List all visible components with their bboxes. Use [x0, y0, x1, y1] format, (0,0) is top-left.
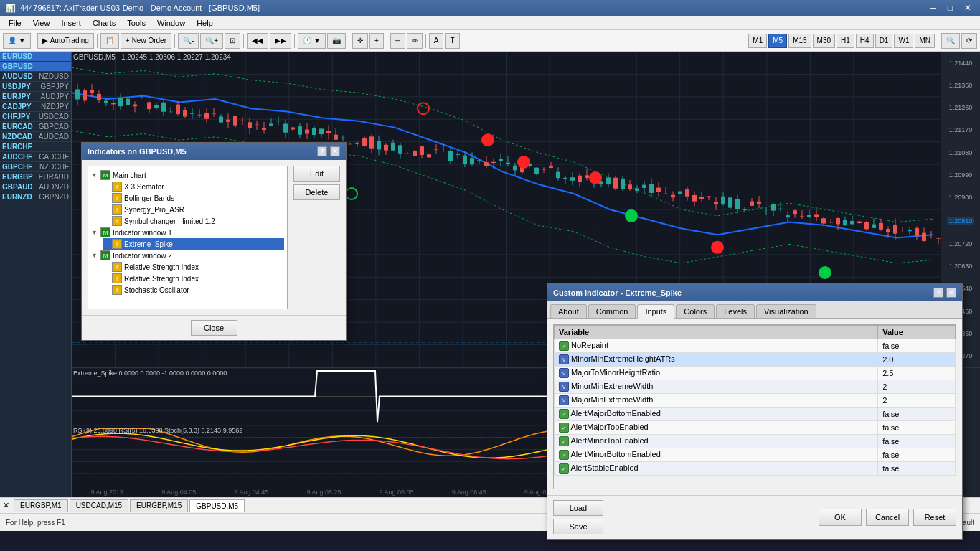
delete-indicator-btn[interactable]: Delete	[293, 184, 340, 200]
tree-ind-window-1[interactable]: ▼ M Indicator window 1	[91, 227, 284, 238]
tf-d1[interactable]: D1	[875, 34, 893, 48]
val-cell[interactable]: 2.0	[878, 353, 956, 367]
crosshair-btn[interactable]: ✛	[352, 33, 368, 49]
menu-charts[interactable]: Charts	[87, 17, 121, 29]
tf-m5[interactable]: M5	[768, 34, 787, 48]
custom-help-btn[interactable]: ?	[933, 288, 943, 298]
val-cell[interactable]: false	[878, 339, 956, 353]
table-row[interactable]: ✓ AlertMajorBottomEnabledfalse	[555, 408, 956, 421]
tf-m30[interactable]: M30	[813, 34, 835, 48]
table-row[interactable]: ✓ AlertMinorBottomEnabledfalse	[555, 448, 956, 462]
screenshot-btn[interactable]: 📷	[327, 33, 346, 49]
tree-bollinger[interactable]: f Bollinger Bands	[103, 192, 284, 204]
tab-inputs[interactable]: Inputs	[637, 304, 674, 319]
save-btn[interactable]: Save	[553, 519, 603, 534]
symbol-audchf-cadchf[interactable]: AUDCHF CADCHF	[0, 152, 71, 162]
tab-common[interactable]: Common	[588, 304, 636, 318]
minimize-btn[interactable]: ─	[927, 3, 939, 13]
draw-btn[interactable]: ✏	[407, 33, 423, 49]
ok-btn[interactable]: OK	[819, 509, 862, 526]
scroll-right-btn[interactable]: ▶▶	[270, 33, 291, 49]
tree-ind-window-2[interactable]: ▼ M Indicator window 2	[91, 250, 284, 261]
inputs-table-container[interactable]: Variable Value ✓ NoRepaintfalseV MinorMi…	[553, 324, 956, 489]
tree-main-chart[interactable]: ▼ M Main chart	[91, 169, 284, 181]
menu-view[interactable]: View	[27, 17, 56, 29]
cancel-btn[interactable]: Cancel	[866, 509, 909, 526]
symbol-gbpaud-audnzd[interactable]: GBPAUD AUDNZD	[0, 182, 71, 192]
tf-w1[interactable]: W1	[894, 34, 913, 48]
tab-visualization[interactable]: Visualization	[756, 304, 816, 318]
indicators-close-btn[interactable]: ✕	[330, 146, 340, 156]
table-row[interactable]: ✓ AlertMajorTopEnabledfalse	[555, 421, 956, 435]
val-cell[interactable]: false	[878, 448, 956, 462]
tab-usdcad-m15[interactable]: USDCAD,M15	[70, 499, 128, 512]
zoom-out-btn[interactable]: 🔍-	[178, 33, 199, 49]
menu-window[interactable]: Window	[151, 17, 191, 29]
tf-mn[interactable]: MN	[915, 34, 935, 48]
symbol-eurgbp-euraud[interactable]: EURGBP EURAUD	[0, 172, 71, 182]
symbol-gbpusd[interactable]: GBPUSD	[0, 62, 71, 72]
tree-synergy[interactable]: f Synergy_Pro_ASR	[103, 204, 284, 215]
symbol-eurcad-gbpcad[interactable]: EURCAD GBPCAD	[0, 122, 71, 132]
text-btn[interactable]: A	[429, 33, 444, 49]
reset-btn[interactable]: Reset	[913, 509, 956, 526]
tab-levels[interactable]: Levels	[716, 304, 755, 318]
tree-extreme-spike[interactable]: f Extreme_Spike	[103, 238, 284, 250]
new-order-btn[interactable]: + New Order	[121, 33, 171, 49]
symbol-list[interactable]: EURUSD GBPUSD AUDUSD NZDUSD USDJPY GBPJP…	[0, 52, 72, 497]
custom-close-btn[interactable]: ✕	[946, 288, 956, 298]
autotrading-btn[interactable]: ▶ AutoTrading	[37, 33, 94, 49]
fit-btn[interactable]: ⊡	[225, 33, 240, 49]
table-row[interactable]: V MinorMinExtremeWidth2	[555, 380, 956, 394]
val-cell[interactable]: 2.5	[878, 367, 956, 380]
indicators-close-bottom-btn[interactable]: Close	[191, 320, 237, 336]
menu-tools[interactable]: Tools	[121, 17, 151, 29]
tab-gbpusd-m5[interactable]: GBPUSD,M5	[189, 499, 245, 512]
val-cell[interactable]: false	[878, 408, 956, 421]
val-cell[interactable]: 2	[878, 394, 956, 408]
indicators-tree[interactable]: ▼ M Main chart f X 3 Semafor f Bollinger…	[88, 166, 288, 309]
tab-about[interactable]: About	[550, 304, 587, 318]
tree-symbol-changer[interactable]: f Symbol changer - limited 1.2	[103, 215, 284, 227]
val-cell[interactable]: false	[878, 421, 956, 435]
table-row[interactable]: ✓ AlertMinorTopEnabledfalse	[555, 435, 956, 448]
table-row[interactable]: V MinorMinExtremeHeightATRs2.0	[555, 353, 956, 367]
tf-m1[interactable]: M1	[748, 34, 767, 48]
val-cell[interactable]: false	[878, 462, 956, 476]
tree-stochastic[interactable]: f Stochastic Oscillator	[103, 284, 284, 296]
title-bar-controls[interactable]: ─ □ ✕	[927, 3, 974, 13]
zoom-in-btn[interactable]: 🔍+	[200, 33, 223, 49]
tree-rsi-2[interactable]: f Relative Strength Index	[103, 273, 284, 284]
tf-h4[interactable]: H4	[856, 34, 874, 48]
tab-eurgbp-m1[interactable]: EURGBP,M1	[14, 499, 68, 512]
menu-file[interactable]: File	[3, 17, 27, 29]
chart-wizard-btn[interactable]: 📋	[100, 33, 119, 49]
maximize-btn[interactable]: □	[945, 3, 956, 13]
symbol-eurchf[interactable]: EURCHF	[0, 142, 71, 152]
symbol-gbpchf-nzdchf[interactable]: GBPCHF NZDCHF	[0, 162, 71, 172]
val-cell[interactable]: false	[878, 435, 956, 448]
symbol-chfjpy-usdcad[interactable]: CHFJPY USDCAD	[0, 112, 71, 122]
symbol-eurusd[interactable]: EURUSD	[0, 52, 71, 62]
refresh-btn[interactable]: ⟳	[961, 33, 977, 49]
load-btn[interactable]: Load	[553, 500, 603, 516]
table-row[interactable]: ✓ AlertStableEnabledfalse	[555, 462, 956, 476]
indicators-help-btn[interactable]: ?	[317, 146, 327, 156]
symbol-usdjpy-gbpjpy[interactable]: USDJPY GBPJPY	[0, 82, 71, 92]
tree-x3semafor[interactable]: f X 3 Semafor	[103, 181, 284, 192]
tab-eurgbp-m15[interactable]: EURGBP,M15	[130, 499, 188, 512]
tf-h1[interactable]: H1	[837, 34, 854, 48]
close-window-btn[interactable]: ✕	[961, 3, 974, 13]
symbol-nzdcad-audcad[interactable]: NZDCAD AUDCAD	[0, 132, 71, 142]
table-row[interactable]: V MajorMinExtremeWidth2	[555, 394, 956, 408]
search-btn[interactable]: 🔍	[941, 33, 960, 49]
table-row[interactable]: ✓ NoRepaintfalse	[555, 339, 956, 353]
scroll-left-btn[interactable]: ◀◀	[247, 33, 268, 49]
tab-colors[interactable]: Colors	[676, 304, 715, 318]
val-cell[interactable]: 2	[878, 380, 956, 394]
symbol-audusd-nzdusd[interactable]: AUDUSD NZDUSD	[0, 72, 71, 82]
tree-rsi-1[interactable]: f Relative Strength Index	[103, 261, 284, 273]
symbol-eurnzd-gbpnzd[interactable]: EURNZD GBPNZD	[0, 192, 71, 202]
font-btn[interactable]: T	[445, 33, 459, 49]
tf-m15[interactable]: M15	[788, 34, 811, 48]
